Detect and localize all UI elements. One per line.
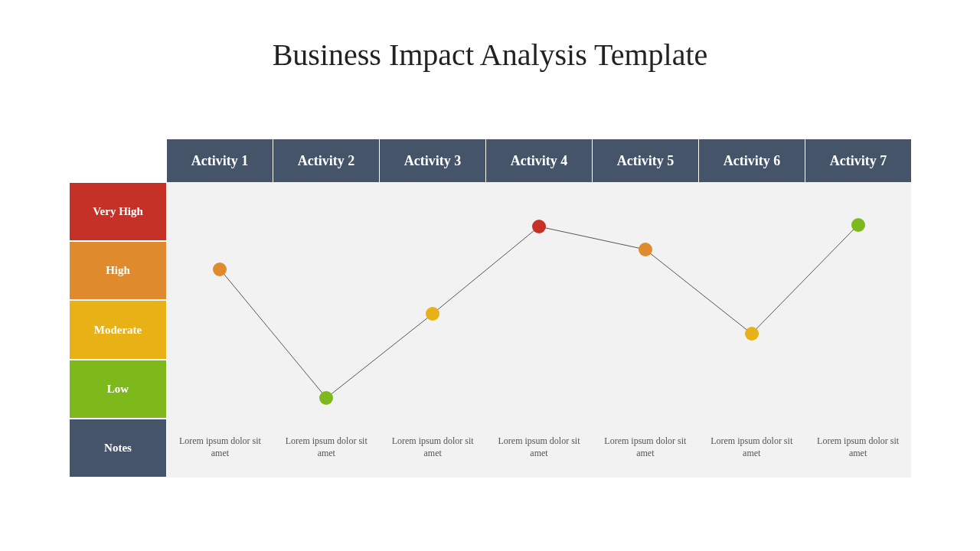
impact-level-sidebar: Very High High Moderate Low Notes [69,182,167,478]
level-notes: Notes [69,419,167,478]
column-header-row: Activity 1 Activity 2 Activity 3 Activit… [167,139,911,182]
col-header-6: Activity 6 [698,139,805,182]
notes-row: Lorem ipsum dolor sit amet Lorem ipsum d… [167,418,911,478]
data-point-6 [745,327,759,341]
col-header-5: Activity 5 [592,139,698,182]
data-point-5 [639,243,652,256]
level-moderate: Moderate [69,300,167,359]
data-point-1 [213,262,227,276]
chart-container: Very High High Moderate Low Notes Activi… [69,139,911,478]
data-point-4 [532,220,546,233]
col-header-3: Activity 3 [379,139,485,182]
note-3: Lorem ipsum dolor sit amet [380,418,486,478]
line-path [167,182,911,418]
note-2: Lorem ipsum dolor sit amet [273,418,380,478]
col-header-2: Activity 2 [273,139,379,182]
plot-background: Activity 1 Activity 2 Activity 3 Activit… [167,139,911,478]
col-header-7: Activity 7 [805,139,911,182]
level-high: High [69,241,167,300]
plot-area [167,182,911,418]
note-4: Lorem ipsum dolor sit amet [486,418,593,478]
level-very-high: Very High [69,182,167,241]
col-header-4: Activity 4 [485,139,592,182]
note-1: Lorem ipsum dolor sit amet [167,418,273,478]
level-low: Low [69,360,167,419]
data-point-2 [319,391,333,405]
note-7: Lorem ipsum dolor sit amet [805,418,911,478]
note-6: Lorem ipsum dolor sit amet [698,418,805,478]
page-title: Business Impact Analysis Template [0,0,980,73]
note-5: Lorem ipsum dolor sit amet [592,418,698,478]
data-point-7 [851,218,865,232]
col-header-1: Activity 1 [167,139,273,182]
data-point-3 [426,307,439,321]
